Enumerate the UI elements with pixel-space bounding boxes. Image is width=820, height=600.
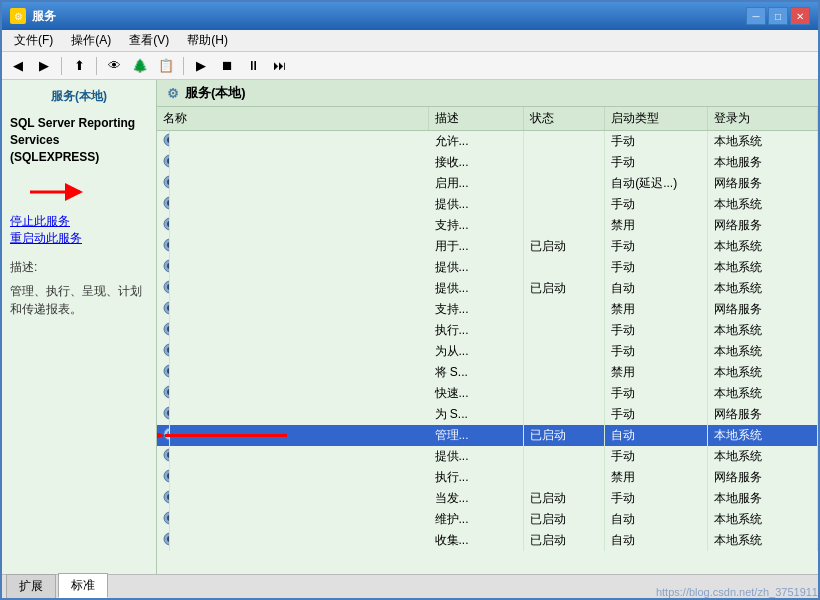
table-row[interactable]: SQL Active Direc...支持...禁用网络服务 (157, 215, 818, 236)
service-name-cell: SQL Server (SQL... (157, 278, 170, 299)
col-header-name[interactable]: 名称 (157, 107, 429, 131)
up-button[interactable]: ⬆ (67, 55, 91, 77)
service-desc-cell: 支持... (429, 299, 524, 320)
col-header-status[interactable]: 状态 (524, 107, 605, 131)
table-row[interactable]: SQL Server Inte...为 S...手动网络服务 (157, 404, 818, 425)
service-name-cell: SNMP Trap (157, 152, 170, 173)
service-status-cell (524, 194, 605, 215)
right-panel: ⚙ 服务(本地) 名称 描述 状态 启动类型 登录为 (157, 80, 818, 574)
menu-bar: 文件(F) 操作(A) 查看(V) 帮助(H) (2, 30, 818, 52)
services-list-table: 名称 描述 状态 启动类型 登录为 Smart Card Rem...允许...… (157, 107, 818, 551)
service-login-cell: 本地系统 (707, 257, 817, 278)
menu-view[interactable]: 查看(V) (121, 30, 177, 51)
table-row[interactable]: SQL Server FullT...快速...手动本地系统 (157, 383, 818, 404)
window-controls: ─ □ ✕ (746, 7, 810, 25)
left-panel: 服务(本地) SQL Server Reporting Services (SQ… (2, 80, 157, 574)
table-row[interactable]: SQL Server Activ...支持...禁用网络服务 (157, 299, 818, 320)
service-name-cell: Smart Card Rem... (157, 131, 170, 152)
export-button[interactable]: 📋 (154, 55, 178, 77)
service-name-cell: SQL Active Direc... (157, 215, 170, 236)
service-name-cell: System Event N... (157, 530, 170, 551)
service-status-cell (524, 215, 605, 236)
service-login-cell: 本地系统 (707, 131, 817, 153)
service-icon (163, 133, 170, 150)
back-button[interactable]: ◀ (6, 55, 30, 77)
service-desc-cell: 管理... (429, 425, 524, 446)
tree-button[interactable]: 🌲 (128, 55, 152, 77)
show-hide-button[interactable]: 👁 (102, 55, 126, 77)
table-row[interactable]: Superfetch维护...已启动自动本地系统 (157, 509, 818, 530)
table-row[interactable]: SSDP Discovery当发...已启动手动本地服务 (157, 488, 818, 509)
stop-button[interactable]: ⏹ (215, 55, 239, 77)
table-row[interactable]: SQL Server 代理 ...执行...禁用网络服务 (157, 467, 818, 488)
service-icon (163, 175, 170, 192)
service-status-cell: 已启动 (524, 425, 605, 446)
service-icon (163, 259, 170, 276)
table-row[interactable]: Smart Card Rem...允许...手动本地系统 (157, 131, 818, 153)
table-row[interactable]: System Event N...收集...已启动自动本地系统 (157, 530, 818, 551)
minimize-button[interactable]: ─ (746, 7, 766, 25)
service-starttype-cell: 自动 (605, 425, 708, 446)
table-row[interactable]: SQL Server Age...执行...手动本地系统 (157, 320, 818, 341)
forward-button[interactable]: ▶ (32, 55, 56, 77)
service-name-cell: Superfetch (157, 509, 170, 530)
table-row[interactable]: Software Protect...启用...自动(延迟...)网络服务 (157, 173, 818, 194)
service-desc-cell: 为 S... (429, 404, 524, 425)
service-status-cell: 已启动 (524, 509, 605, 530)
main-content: 服务(本地) SQL Server Reporting Services (SQ… (2, 80, 818, 574)
table-row[interactable]: SQL Full-text Filt...用于...已启动手动本地系统 (157, 236, 818, 257)
service-login-cell: 网络服务 (707, 215, 817, 236)
pause-button[interactable]: ⏸ (241, 55, 265, 77)
table-row[interactable]: SQL Server Anal...为从...手动本地系统 (157, 341, 818, 362)
col-header-starttype[interactable]: 启动类型 (605, 107, 708, 131)
table-row[interactable]: SNMP Trap接收...手动本地服务 (157, 152, 818, 173)
service-icon (163, 280, 170, 297)
service-icon (163, 448, 170, 465)
service-desc-cell: 提供... (429, 446, 524, 467)
service-desc-cell: 允许... (429, 131, 524, 153)
service-icon (163, 301, 170, 318)
table-row[interactable]: SQL Server Bro...将 S...禁用本地系统 (157, 362, 818, 383)
service-status-cell: 已启动 (524, 530, 605, 551)
watermark: https://blog.csdn.net/zh_3751911 (656, 586, 818, 598)
service-status-cell (524, 467, 605, 488)
table-row[interactable]: SPP Notification ...提供...手动本地系统 (157, 194, 818, 215)
service-status-cell (524, 320, 605, 341)
toolbar-separator-3 (183, 57, 184, 75)
service-desc-cell: 收集... (429, 530, 524, 551)
maximize-button[interactable]: □ (768, 7, 788, 25)
service-starttype-cell: 手动 (605, 257, 708, 278)
play-button[interactable]: ▶ (189, 55, 213, 77)
table-row[interactable]: SQL Server (SQL...提供...已启动自动本地系统 (157, 278, 818, 299)
service-icon (163, 490, 170, 507)
description-label: 描述: (10, 259, 148, 276)
service-login-cell: 本地系统 (707, 446, 817, 467)
service-desc-cell: 接收... (429, 152, 524, 173)
menu-file[interactable]: 文件(F) (6, 30, 61, 51)
service-status-cell (524, 404, 605, 425)
close-button[interactable]: ✕ (790, 7, 810, 25)
tab-standard[interactable]: 标准 (58, 573, 108, 598)
service-status-cell: 已启动 (524, 236, 605, 257)
service-name-cell: SQL Server Anal... (157, 341, 170, 362)
table-row[interactable]: SQL Server Rep...管理...已启动自动本地系统 (157, 425, 818, 446)
col-header-login[interactable]: 登录为 (707, 107, 817, 131)
tab-expand[interactable]: 扩展 (6, 574, 56, 598)
service-status-cell (524, 299, 605, 320)
service-login-cell: 本地系统 (707, 383, 817, 404)
service-icon (163, 154, 170, 171)
skip-button[interactable]: ⏭ (267, 55, 291, 77)
menu-help[interactable]: 帮助(H) (179, 30, 236, 51)
services-table[interactable]: 名称 描述 状态 启动类型 登录为 Smart Card Rem...允许...… (157, 107, 818, 574)
title-bar: ⚙ 服务 ─ □ ✕ (2, 2, 818, 30)
left-panel-links: 停止此服务 重启动此服务 (10, 213, 148, 247)
stop-service-link[interactable]: 停止此服务 (10, 213, 148, 230)
restart-service-link[interactable]: 重启动此服务 (10, 230, 148, 247)
service-icon (163, 343, 170, 360)
service-starttype-cell: 禁用 (605, 362, 708, 383)
table-row[interactable]: SQL Server VSS ...提供...手动本地系统 (157, 446, 818, 467)
col-header-desc[interactable]: 描述 (429, 107, 524, 131)
service-desc-cell: 将 S... (429, 362, 524, 383)
table-row[interactable]: SQL Server (MS...提供...手动本地系统 (157, 257, 818, 278)
menu-action[interactable]: 操作(A) (63, 30, 119, 51)
